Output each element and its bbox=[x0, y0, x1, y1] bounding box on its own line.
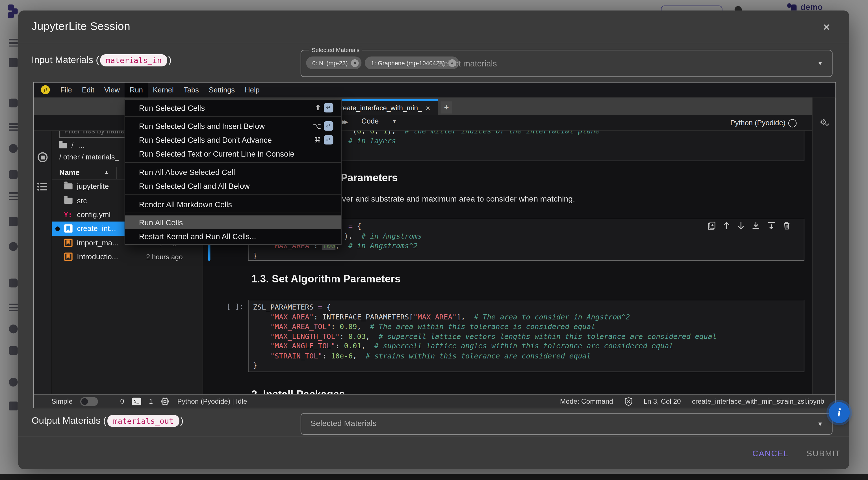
user-menu[interactable]: demo bbox=[786, 2, 823, 11]
table-of-contents-icon[interactable] bbox=[37, 182, 48, 191]
submit-button[interactable]: SUBMIT bbox=[803, 448, 844, 458]
kernel-name[interactable]: Python (Pyodide) bbox=[731, 118, 785, 127]
menu-item[interactable]: Restart Kernel and Run All Cells... bbox=[125, 229, 341, 243]
tab-notebook[interactable]: create_interface_with_min_ × bbox=[333, 99, 438, 115]
menubar-item-tabs[interactable]: Tabs bbox=[179, 82, 204, 97]
menubar-item-file[interactable]: File bbox=[55, 82, 77, 97]
app-sidebar-icon[interactable] bbox=[9, 242, 18, 251]
materials-chips: 0: Ni (mp-23)×1: Graphene (mp-1040425)× bbox=[306, 57, 459, 69]
app-sidebar-icon[interactable] bbox=[9, 144, 18, 153]
app-sidebar-icon[interactable] bbox=[9, 278, 18, 287]
menubar-item-settings[interactable]: Settings bbox=[204, 82, 240, 97]
status-bar: Simple 0 $_ 1 Python (Pyodide) | Idle Mo… bbox=[34, 394, 836, 408]
app-sidebar-icon[interactable] bbox=[9, 304, 18, 311]
chevron-down-icon[interactable]: ▼ bbox=[817, 60, 823, 67]
app-sidebar-icon[interactable] bbox=[9, 58, 18, 67]
menu-item[interactable]: Run Selected Cells and Don't Advance⌘↵ bbox=[125, 133, 341, 147]
info-button[interactable]: i bbox=[829, 402, 849, 423]
menu-shortcut: ⌘↵ bbox=[314, 135, 333, 145]
output-materials-select[interactable]: Selected Materials ▼ bbox=[301, 413, 833, 435]
app-sidebar-icon[interactable] bbox=[9, 192, 18, 200]
app-sidebar-icon[interactable] bbox=[9, 123, 18, 130]
return-key-icon: ↵ bbox=[324, 103, 333, 112]
app-sidebar-icon[interactable] bbox=[9, 99, 18, 108]
jupyterlite-icon: jl bbox=[41, 85, 50, 94]
simple-mode-toggle[interactable] bbox=[81, 397, 98, 406]
folder-icon bbox=[64, 198, 72, 204]
app-sidebar-icon[interactable] bbox=[9, 378, 18, 386]
cursor-position[interactable]: Ln 3, Col 20 bbox=[644, 398, 681, 406]
cell-toolbar bbox=[708, 221, 790, 230]
menu-item[interactable]: Run Selected Cell and All Below bbox=[125, 179, 341, 193]
menubar-item-kernel[interactable]: Kernel bbox=[148, 82, 179, 97]
app-sidebar-icon[interactable] bbox=[9, 170, 18, 179]
insert-cell-above-icon[interactable] bbox=[752, 221, 760, 230]
cell-prompt: [ ]: bbox=[226, 302, 244, 311]
code-cell[interactable]: ZSL_PARAMETERS = { "MAX_AREA": INTERFACE… bbox=[248, 300, 804, 372]
insert-cell-below-icon[interactable] bbox=[767, 221, 775, 230]
app-footer-strip bbox=[0, 474, 868, 480]
running-dot-icon bbox=[55, 227, 60, 231]
mode-indicator[interactable]: Mode: Command bbox=[560, 398, 613, 406]
menubar-item-run[interactable]: Run bbox=[125, 82, 148, 97]
delete-cell-icon[interactable] bbox=[783, 221, 790, 230]
menu-item[interactable]: Run Selected Text or Current Line in Con… bbox=[125, 147, 341, 160]
breadcrumb[interactable]: / … bbox=[59, 141, 85, 150]
app-sidebar-icon[interactable] bbox=[9, 217, 18, 226]
chevron-down-icon: ▼ bbox=[392, 118, 397, 124]
output-materials-placeholder: Selected Materials bbox=[311, 419, 377, 427]
menu-item[interactable]: Run All Cells bbox=[125, 215, 341, 229]
close-icon[interactable]: × bbox=[819, 20, 834, 35]
terminals-count[interactable]: 0 bbox=[120, 398, 124, 406]
breadcrumb-path[interactable]: / other / materials_ bbox=[59, 153, 119, 161]
trust-shield-icon[interactable] bbox=[624, 397, 632, 406]
material-chip-label: 1: Graphene (mp-1040425) bbox=[371, 60, 445, 66]
material-chip[interactable]: 0: Ni (mp-23)× bbox=[306, 57, 361, 69]
running-kernels-icon[interactable] bbox=[38, 152, 48, 162]
duplicate-cell-icon[interactable] bbox=[708, 221, 716, 230]
menubar-item-help[interactable]: Help bbox=[240, 82, 265, 97]
cell-type-dropdown[interactable]: Code▼ bbox=[361, 117, 397, 125]
run-all-icon[interactable]: ▶▶ bbox=[342, 119, 346, 125]
app-sidebar-icon[interactable] bbox=[9, 325, 18, 333]
kernel-status-icon[interactable] bbox=[788, 119, 797, 127]
materials-out-code-chip: materials_out bbox=[107, 415, 179, 427]
menu-shortcut: ⇧↵ bbox=[315, 103, 333, 112]
app-sidebar-icon[interactable] bbox=[9, 39, 18, 47]
move-cell-down-icon[interactable] bbox=[738, 221, 745, 230]
kernels-count[interactable]: 1 bbox=[149, 398, 153, 406]
move-cell-up-icon[interactable] bbox=[723, 221, 730, 230]
sort-ascending-icon: ▲ bbox=[104, 170, 109, 175]
menubar-item-view[interactable]: View bbox=[99, 82, 125, 97]
menu-divider bbox=[125, 193, 341, 197]
terminal-icon: $_ bbox=[132, 398, 141, 406]
divider bbox=[19, 436, 849, 437]
column-divider bbox=[116, 167, 117, 179]
property-inspector-gears-icon[interactable]: ⚙⚙ bbox=[820, 117, 832, 127]
menubar-item-edit[interactable]: Edit bbox=[77, 82, 99, 97]
menu-item[interactable]: Run Selected Cells and Insert Below⌥↵ bbox=[125, 119, 341, 133]
file-name: create_int... bbox=[77, 224, 116, 233]
folder-icon bbox=[64, 183, 72, 190]
selected-materials-field[interactable]: Selected Materials 0: Ni (mp-23)×1: Grap… bbox=[301, 50, 833, 77]
status-filename[interactable]: create_interface_with_min_strain_zsl.ipy… bbox=[692, 398, 824, 406]
menu-item[interactable]: Run Selected Cells⇧↵ bbox=[125, 101, 341, 115]
markdown-heading-fragment: Parameters bbox=[340, 172, 398, 184]
select-materials-placeholder[interactable]: Select materials bbox=[438, 59, 497, 68]
dialog-title: JupyterLite Session bbox=[32, 20, 130, 33]
remove-chip-icon[interactable]: × bbox=[351, 59, 359, 67]
file-name: import_ma... bbox=[77, 239, 118, 247]
file-row[interactable]: Introductio...2 hours ago bbox=[52, 250, 204, 264]
menu-item[interactable]: Render All Markdown Cells bbox=[125, 197, 341, 211]
menu-item[interactable]: Run All Above Selected Cell bbox=[125, 165, 341, 179]
menu-divider bbox=[125, 211, 341, 215]
app-sidebar-icon[interactable] bbox=[9, 401, 18, 410]
close-tab-icon[interactable]: × bbox=[426, 103, 430, 112]
new-tab-button[interactable]: + bbox=[441, 101, 453, 114]
folder-icon bbox=[59, 143, 67, 148]
kernel-status-text[interactable]: Python (Pyodide) | Idle bbox=[177, 398, 247, 406]
tab-label: create_interface_with_min_ bbox=[337, 104, 425, 112]
cancel-button[interactable]: CANCEL bbox=[749, 448, 792, 458]
file-name: config.yml bbox=[77, 210, 111, 218]
app-sidebar-icon[interactable] bbox=[9, 346, 18, 355]
